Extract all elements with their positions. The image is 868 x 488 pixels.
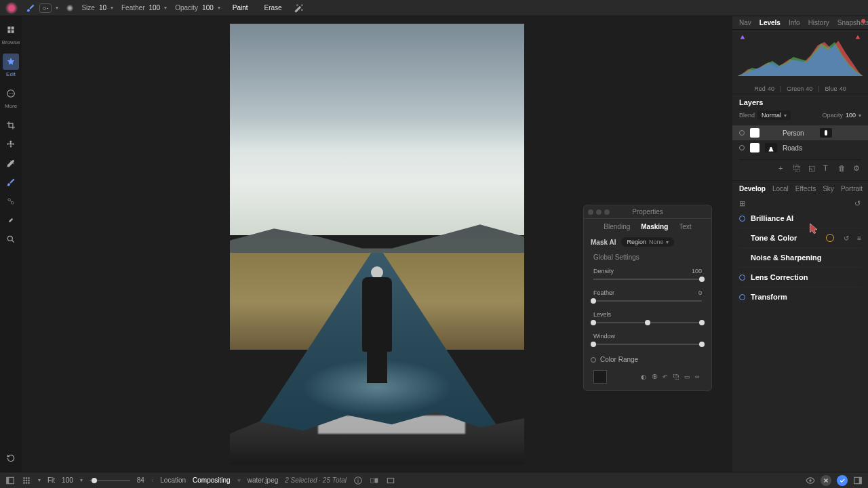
adjustment-noise-sharpening[interactable]: Noise & Sharpening	[739, 248, 861, 268]
grid-view-icon[interactable]	[22, 476, 31, 485]
reset-preset-icon[interactable]: ↺	[854, 199, 861, 206]
tab-local[interactable]: Local	[772, 185, 789, 192]
feather-label: Feather	[593, 289, 614, 296]
chevron-down-icon[interactable]: ▾	[38, 477, 41, 483]
layer-opacity-value[interactable]: 100	[846, 112, 856, 119]
add-layer-icon[interactable]: +	[778, 164, 787, 172]
undo-icon[interactable]: ↶	[663, 373, 669, 380]
fit-button[interactable]: Fit	[47, 476, 55, 484]
panel-left-icon[interactable]	[5, 476, 15, 485]
tab-levels[interactable]: Levels	[760, 19, 781, 26]
blend-mode-select[interactable]: Normal ▾	[757, 110, 791, 120]
tab-sky[interactable]: Sky	[823, 185, 834, 192]
region-select[interactable]: Region None ▾	[621, 237, 674, 247]
tab-text[interactable]: Text	[679, 223, 691, 230]
canvas-area[interactable]: Properties Blending Masking Text Mask AI…	[22, 16, 732, 472]
layer-item-roads[interactable]: Roads	[739, 140, 861, 155]
single-view-icon[interactable]	[386, 476, 395, 485]
radio-icon	[739, 274, 745, 281]
adjustment-lens-correction[interactable]: Lens Correction	[739, 268, 861, 287]
maximize-icon[interactable]	[604, 209, 610, 215]
tab-masking[interactable]: Masking	[641, 223, 668, 230]
properties-panel[interactable]: Properties Blending Masking Text Mask AI…	[583, 205, 712, 391]
global-settings-label: Global Settings	[584, 249, 711, 265]
tab-portrait[interactable]: Portrait	[841, 185, 863, 192]
move-tool[interactable]	[3, 136, 19, 152]
visibility-toggle[interactable]	[739, 145, 745, 150]
pin-icon[interactable]: ⦿	[652, 373, 658, 380]
brush-softness[interactable]	[66, 5, 73, 12]
reset-icon[interactable]: ↺	[844, 235, 849, 242]
app-logo[interactable]	[5, 2, 18, 14]
link-icon[interactable]: ∞	[695, 373, 702, 380]
paint-mode-button[interactable]: Paint	[229, 3, 252, 13]
window-slider[interactable]: Window	[584, 330, 711, 352]
image-canvas	[230, 24, 524, 465]
levels-slider[interactable]: Levels	[584, 308, 711, 330]
info-icon[interactable]	[353, 476, 363, 485]
compare-icon[interactable]	[370, 476, 379, 485]
close-icon[interactable]	[588, 209, 593, 215]
visibility-toggle[interactable]	[739, 130, 745, 136]
layer-item-person[interactable]: Person	[732, 125, 868, 140]
add-preset-icon[interactable]: ⊞	[739, 199, 746, 206]
minimize-icon[interactable]	[596, 209, 601, 215]
tab-info[interactable]: Info	[789, 19, 800, 26]
mask-layer-icon[interactable]: ◱	[808, 164, 816, 172]
brush-tool-select[interactable]: ○- ▾	[26, 3, 58, 13]
histogram-values: Red40| Green40| Blue40	[732, 84, 868, 94]
color-swatch[interactable]	[593, 370, 607, 384]
erase-mode-button[interactable]: Erase	[260, 3, 286, 13]
duplicate-layer-icon[interactable]: ⿻	[793, 164, 802, 172]
tab-effects[interactable]: Effects	[795, 185, 816, 192]
window-controls[interactable]	[588, 209, 610, 215]
tab-blending[interactable]: Blending	[604, 223, 630, 230]
tab-nav[interactable]: Nav	[739, 19, 751, 26]
properties-header[interactable]: Properties	[584, 205, 711, 219]
tab-history[interactable]: History	[808, 19, 829, 26]
layers-title: Layers	[739, 98, 861, 106]
delete-layer-icon[interactable]: 🗑	[838, 164, 846, 172]
reset-tool[interactable]	[3, 450, 19, 466]
edit-tool[interactable]	[3, 54, 19, 70]
tab-develop[interactable]: Develop	[739, 185, 766, 192]
settings-layer-icon[interactable]: ⚙	[853, 164, 861, 172]
size-control[interactable]: Size 10 ▾	[81, 4, 113, 12]
color-range-toggle[interactable]: Color Range	[584, 352, 711, 367]
left-toolbar: Browse Edit More	[0, 16, 22, 472]
zoom-tool[interactable]	[3, 231, 19, 247]
zoom-slider[interactable]	[90, 480, 130, 481]
confirm-button[interactable]	[837, 475, 848, 486]
more-tool[interactable]	[3, 85, 19, 102]
browse-tool[interactable]	[3, 22, 19, 38]
adjustment-transform[interactable]: Transform	[739, 287, 861, 306]
svg-point-3	[12, 93, 13, 94]
panel-right-icon[interactable]	[853, 476, 863, 485]
warning-indicator	[861, 19, 865, 23]
layer-thumbnail	[750, 128, 760, 138]
zoom-value[interactable]: 100	[62, 476, 73, 484]
clone-tool[interactable]	[3, 193, 19, 209]
brush-tool[interactable]	[3, 174, 19, 190]
heal-tool[interactable]	[3, 212, 19, 228]
feather-slider[interactable]: Feather0	[584, 287, 711, 308]
adjustment-tone-color[interactable]: Tone & Color ↺ ≡	[739, 228, 861, 248]
location-value[interactable]: Compositing	[193, 476, 231, 484]
chevron-down-icon[interactable]: ▾	[80, 477, 83, 483]
menu-icon[interactable]: ≡	[857, 235, 861, 242]
opacity-control[interactable]: Opacity 100 ▾	[175, 4, 220, 12]
copy-icon[interactable]: ⿻	[673, 373, 680, 380]
text-layer-icon[interactable]: T	[823, 164, 831, 172]
eyedropper-tool[interactable]	[3, 155, 19, 171]
feather-control[interactable]: Feather 100 ▾	[121, 4, 167, 12]
eye-icon[interactable]	[806, 476, 815, 485]
crop-tool[interactable]	[3, 117, 19, 134]
adjustment-brilliance-ai[interactable]: Brilliance AI	[739, 209, 861, 228]
paste-icon[interactable]: ▭	[684, 373, 691, 380]
mask-ai-label: Mask AI	[591, 239, 616, 246]
density-slider[interactable]: Density100	[584, 265, 711, 287]
cancel-button[interactable]	[821, 475, 831, 486]
filename[interactable]: water.jpeg	[248, 476, 279, 484]
contrast-icon[interactable]: ◐	[641, 373, 648, 380]
magic-wand-icon[interactable]	[294, 3, 304, 13]
